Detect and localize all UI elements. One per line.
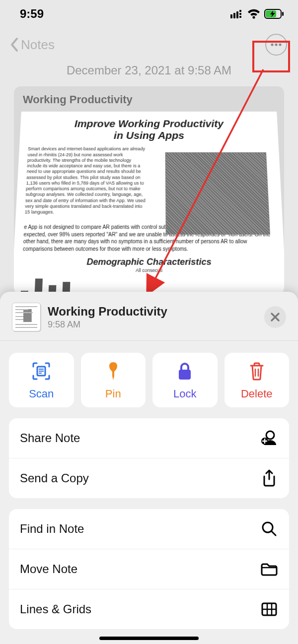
svg-point-21 [266, 431, 274, 439]
note-thumbnail [12, 303, 41, 331]
share-group: Share Note Send a Copy [9, 418, 289, 498]
svg-rect-0 [230, 14, 232, 18]
move-label: Move Note [20, 562, 77, 576]
svg-rect-1 [233, 13, 235, 18]
lines-grids-label: Lines & Grids [20, 602, 91, 616]
svg-line-24 [272, 531, 276, 535]
svg-point-12 [279, 43, 281, 46]
note-title: Working Productivity [14, 93, 284, 111]
pin-button[interactable]: Pin [81, 353, 146, 407]
pin-label: Pin [105, 387, 121, 400]
find-row[interactable]: Find in Note [9, 509, 289, 549]
lock-icon [177, 362, 193, 381]
person-add-icon [260, 430, 278, 446]
edit-group: Find in Note Move Note Lines & Grids [9, 509, 289, 629]
doc-sub-text: All consecuti [22, 268, 277, 273]
scan-icon [32, 362, 51, 381]
options-sheet: Working Productivity 9:58 AM Scan Pin Lo… [0, 292, 298, 644]
send-copy-row[interactable]: Send a Copy [9, 458, 289, 498]
trash-icon [249, 362, 265, 381]
scan-label: Scan [29, 387, 54, 400]
status-icons [230, 9, 284, 19]
wifi-icon [247, 9, 260, 19]
grid-icon [261, 602, 277, 616]
home-indicator[interactable] [99, 637, 199, 640]
search-icon [261, 521, 277, 537]
svg-rect-5 [239, 16, 241, 18]
note-card-preview: Working Productivity Improve Working Pro… [14, 86, 284, 295]
close-icon [270, 312, 280, 322]
svg-rect-18 [179, 370, 191, 380]
share-note-row[interactable]: Share Note [9, 418, 289, 458]
note-date: December 23, 2021 at 9:58 AM [0, 64, 298, 77]
back-button[interactable]: Notes [10, 37, 55, 53]
svg-point-11 [275, 43, 277, 46]
battery-charging-icon [264, 9, 284, 19]
doc-heading-1: Improve Working Productivity [74, 118, 224, 129]
svg-point-6 [252, 16, 255, 18]
notes-background: Notes December 23, 2021 at 9:58 AM Worki… [0, 28, 298, 295]
svg-rect-2 [236, 11, 238, 18]
scan-button[interactable]: Scan [9, 353, 74, 407]
doc-heading-2: in Using Apps [114, 129, 184, 141]
sheet-header: Working Productivity 9:58 AM [0, 292, 298, 341]
delete-button[interactable]: Delete [224, 353, 290, 407]
svg-point-10 [271, 43, 273, 46]
lock-button[interactable]: Lock [152, 353, 218, 407]
folder-icon [260, 562, 278, 577]
back-label: Notes [21, 37, 55, 53]
close-button[interactable] [264, 306, 286, 328]
svg-rect-3 [239, 10, 241, 12]
share-note-label: Share Note [20, 431, 80, 445]
delete-label: Delete [241, 387, 273, 400]
sheet-title: Working Productivity [48, 305, 257, 319]
find-label: Find in Note [20, 522, 84, 536]
pin-icon [105, 361, 121, 381]
move-row[interactable]: Move Note [9, 549, 289, 589]
scanned-document-preview: Improve Working Productivity in Using Ap… [14, 111, 284, 295]
doc-photo [165, 152, 270, 235]
more-options-button[interactable] [265, 34, 287, 56]
cellular-icon [230, 9, 243, 18]
quick-actions: Scan Pin Lock Delete [0, 341, 298, 418]
doc-subheading: Demographic Characteristics [22, 257, 276, 268]
send-copy-label: Send a Copy [20, 471, 89, 485]
share-icon [262, 469, 277, 487]
clock: 9:59 [20, 7, 44, 21]
svg-rect-9 [282, 12, 284, 16]
doc-paragraph-1: Smart devices and internet-based applica… [25, 146, 147, 215]
sheet-subtitle: 9:58 AM [48, 320, 257, 330]
lines-grids-row[interactable]: Lines & Grids [9, 589, 289, 629]
chevron-left-icon [10, 38, 19, 52]
lock-label: Lock [173, 387, 196, 400]
svg-rect-4 [239, 13, 241, 15]
status-bar: 9:59 [0, 0, 298, 28]
ellipsis-icon [270, 43, 282, 47]
